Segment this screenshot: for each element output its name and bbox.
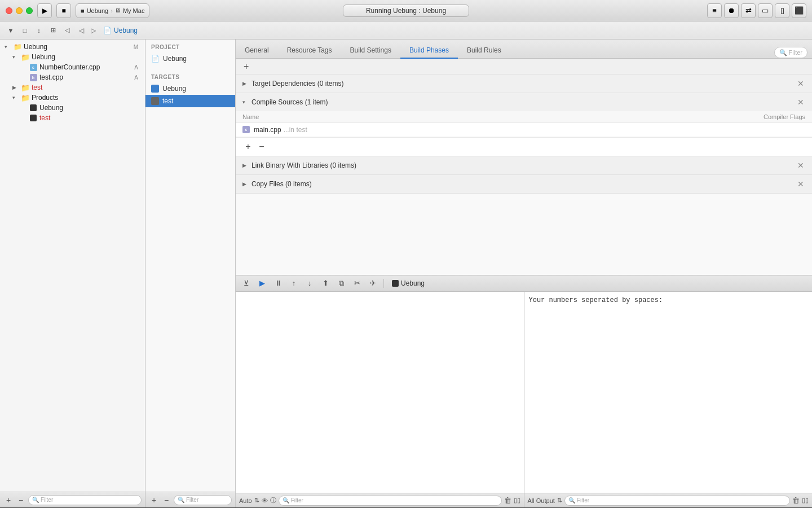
- step-out-button[interactable]: ⬆: [319, 277, 332, 290]
- maximize-button[interactable]: [26, 7, 33, 14]
- tree-folder-uebung[interactable]: ▾ 📁 Uebung: [0, 52, 145, 62]
- remove-source-button[interactable]: −: [256, 141, 267, 152]
- share-button[interactable]: ✈: [367, 277, 379, 290]
- sidebar-filter[interactable]: 🔍 Filter: [28, 495, 142, 505]
- sort-icon[interactable]: ↕: [33, 24, 45, 37]
- build-phases-content: + ▶ Target Dependencies (0 items) ✕ ▾ Co…: [236, 59, 812, 275]
- navigator-show-icon[interactable]: ▼: [5, 24, 17, 37]
- tree-item-label: test: [39, 114, 50, 122]
- layout-2-icon[interactable]: ▯: [775, 3, 789, 18]
- add-source-button[interactable]: +: [242, 141, 254, 152]
- run-button[interactable]: ▶: [37, 3, 52, 18]
- sidebar-bottom-bar: + − 🔍 Filter: [0, 492, 145, 507]
- scheme-selector[interactable]: ■ Uebung › 🖥 My Mac: [76, 3, 149, 18]
- hierarchy-icon[interactable]: ⊞: [47, 24, 59, 37]
- tree-file-numbercounter[interactable]: c NumberCounter.cpp A: [0, 62, 145, 72]
- add-file-icon[interactable]: □: [19, 24, 31, 37]
- close-button[interactable]: [6, 7, 12, 14]
- info-icon[interactable]: ⓘ: [270, 496, 276, 505]
- phase-header-target-dependencies[interactable]: ▶ Target Dependencies (0 items) ✕: [236, 75, 812, 93]
- tree-file-test-app[interactable]: test: [0, 113, 145, 123]
- all-output-label: All Output: [528, 497, 555, 504]
- scheme-name: Uebung: [87, 7, 109, 14]
- view-button[interactable]: ⧉: [335, 277, 347, 290]
- add-phase-button[interactable]: +: [241, 62, 251, 72]
- split-view-right-icon[interactable]: ▯▯: [802, 497, 809, 504]
- output-left-filter[interactable]: 🔍 Filter: [279, 496, 502, 506]
- eye-icon[interactable]: 👁: [262, 497, 268, 504]
- project-section-header: PROJECT: [145, 40, 235, 52]
- target-icon: [151, 85, 159, 93]
- phase-close-button[interactable]: ✕: [796, 179, 805, 189]
- breadcrumb-project[interactable]: Uebung: [114, 27, 138, 34]
- layout-1-icon[interactable]: ▭: [758, 3, 773, 18]
- scheme-icon: ■: [81, 7, 85, 14]
- cpp-file-icon: c: [29, 63, 37, 71]
- history-icon[interactable]: ⇄: [741, 3, 756, 18]
- tree-item-label: Uebung: [24, 43, 47, 51]
- minimize-button[interactable]: [16, 7, 23, 14]
- target-panel-bottom: + − 🔍 Filter: [145, 492, 235, 507]
- source-row-maincpp[interactable]: c main.cpp ...in test: [236, 123, 812, 137]
- col-name-header: Name: [242, 113, 692, 120]
- target-item-label: test: [162, 97, 173, 105]
- tab-build-phases[interactable]: Build Phases: [400, 43, 458, 59]
- filter-icon[interactable]: ◁: [61, 24, 73, 37]
- tab-general[interactable]: General: [236, 43, 278, 59]
- phase-title: Copy Files (0 items): [251, 180, 312, 188]
- disclosure-icon: ▶: [12, 85, 19, 90]
- clear-button[interactable]: 🗑: [504, 496, 511, 505]
- tab-build-settings[interactable]: Build Settings: [341, 43, 400, 59]
- phase-header-copy-files[interactable]: ▶ Copy Files (0 items) ✕: [236, 175, 812, 193]
- tab-filter[interactable]: 🔍 Filter: [774, 47, 807, 58]
- tree-folder-products[interactable]: ▾ 📁 Products: [0, 93, 145, 103]
- add-file-button[interactable]: +: [3, 495, 14, 505]
- clear-right-button[interactable]: 🗑: [792, 496, 800, 505]
- remove-file-button[interactable]: −: [16, 495, 26, 505]
- cpp-file-icon: c: [242, 126, 250, 134]
- tab-build-rules[interactable]: Build Rules: [458, 43, 510, 59]
- titlebar: ▶ ■ ■ Uebung › 🖥 My Mac Running Uebung :…: [0, 0, 812, 21]
- table-header-row: Name Compiler Flags: [236, 111, 812, 123]
- remove-target-button[interactable]: −: [161, 495, 171, 505]
- step-into-button[interactable]: ↓: [303, 277, 316, 290]
- target-item-test[interactable]: test: [145, 95, 235, 107]
- nav-back-button[interactable]: ◁: [76, 25, 87, 36]
- app-icon: [29, 114, 37, 122]
- target-filter[interactable]: 🔍 Filter: [174, 495, 232, 505]
- navigator-toggle-icon[interactable]: ≡: [707, 3, 722, 18]
- cut-button[interactable]: ✂: [351, 277, 363, 290]
- phase-header-compile-sources[interactable]: ▾ Compile Sources (1 item) ✕: [236, 93, 812, 111]
- split-view-icon[interactable]: ▯▯: [514, 497, 520, 504]
- phase-close-button[interactable]: ✕: [796, 79, 805, 88]
- nav-forward-button[interactable]: ▷: [87, 25, 99, 36]
- phase-body-compile-sources: Name Compiler Flags c main.cpp ...in tes…: [236, 111, 812, 156]
- layout-3-icon[interactable]: ⬛: [792, 3, 806, 18]
- pause-button[interactable]: ⏸: [272, 277, 284, 290]
- phase-close-button[interactable]: ✕: [796, 98, 805, 107]
- modified-badge: A: [134, 64, 140, 71]
- output-area: Auto ⇅ 👁 ⓘ 🔍 Filter 🗑 ▯▯ Your numbers se…: [236, 292, 812, 508]
- activity-icon[interactable]: ⏺: [724, 3, 739, 18]
- tab-resource-tags[interactable]: Resource Tags: [278, 43, 341, 59]
- stop-button[interactable]: ■: [56, 3, 71, 18]
- add-target-button[interactable]: +: [149, 495, 159, 505]
- tree-file-testcpp[interactable]: h test.cpp A: [0, 72, 145, 82]
- file-tree: ▾ 📁 Uebung M ▾ 📁 Uebung c NumberCounter.…: [0, 40, 145, 492]
- target-icon: [151, 97, 159, 105]
- project-item[interactable]: 📄 Uebung: [145, 52, 235, 65]
- tree-folder-test[interactable]: ▶ 📁 test: [0, 82, 145, 93]
- tree-file-uebung-app[interactable]: Uebung: [0, 103, 145, 113]
- breadcrumb-bar: ▼ □ ↕ ⊞ ◁ ◁ ▷ 📄 Uebung: [0, 21, 812, 40]
- phase-close-button[interactable]: ✕: [796, 161, 805, 170]
- target-item-uebung[interactable]: Uebung: [145, 82, 235, 95]
- phase-header-link-binary[interactable]: ▶ Link Binary With Libraries (0 items) ✕: [236, 156, 812, 174]
- scope-button[interactable]: ⊻: [240, 277, 253, 290]
- run-button-toolbar[interactable]: ▶: [256, 277, 268, 290]
- tree-item-label: NumberCounter.cpp: [39, 63, 100, 71]
- tree-root-item[interactable]: ▾ 📁 Uebung M: [0, 42, 145, 52]
- output-right-filter[interactable]: 🔍 Filter: [564, 496, 790, 506]
- phase-title: Target Dependencies (0 items): [251, 80, 343, 87]
- step-over-button[interactable]: ↑: [288, 277, 300, 290]
- tab-bar: General Resource Tags Build Settings Bui…: [236, 40, 812, 59]
